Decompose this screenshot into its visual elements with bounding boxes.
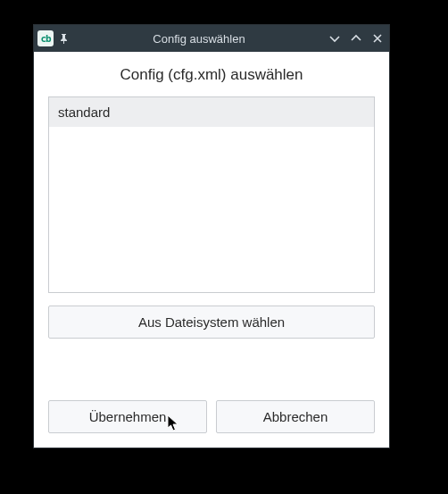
list-item[interactable]: standard xyxy=(49,97,374,127)
cancel-button[interactable]: Abbrechen xyxy=(216,400,375,433)
titlebar: cb Config auswählen xyxy=(34,25,389,52)
dialog-heading: Config (cfg.xml) auswählen xyxy=(48,66,375,84)
dialog-body: Config (cfg.xml) auswählen standard Aus … xyxy=(34,52,389,448)
maximize-button[interactable] xyxy=(350,32,362,45)
app-icon: cb xyxy=(37,30,54,46)
choose-from-filesystem-button[interactable]: Aus Dateisystem wählen xyxy=(48,306,375,339)
dialog-actions: Übernehmen Abbrechen xyxy=(48,400,375,433)
dialog-window: cb Config auswählen Config (cfg.xml) aus xyxy=(34,25,389,448)
minimize-button[interactable] xyxy=(328,32,341,45)
config-list[interactable]: standard xyxy=(48,96,375,293)
window-title: Config auswählen xyxy=(70,32,328,46)
pin-icon[interactable] xyxy=(57,32,70,45)
apply-button[interactable]: Übernehmen xyxy=(48,400,207,433)
close-button[interactable] xyxy=(371,32,384,45)
